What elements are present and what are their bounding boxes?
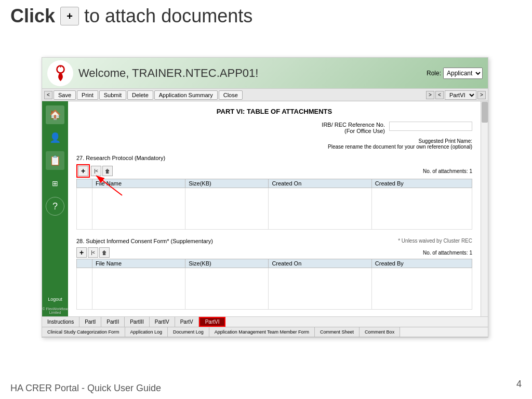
nav-next-far[interactable]: > xyxy=(426,91,434,99)
nav-prev[interactable]: < xyxy=(44,91,52,99)
sidebar-help-icon[interactable]: ? xyxy=(46,197,64,216)
col-created-by-27: Created By xyxy=(371,179,472,188)
nav-next2[interactable]: > xyxy=(477,91,486,99)
tab-comment-box[interactable]: Comment Box xyxy=(360,327,400,337)
scrollbar-thumb[interactable] xyxy=(482,102,488,123)
part-select[interactable]: PartVI xyxy=(445,90,476,100)
col-filename-27: File Name xyxy=(92,179,185,188)
toolbar: < Save Print Submit Delete Application S… xyxy=(42,89,488,101)
sidebar-home-icon[interactable]: 🏠 xyxy=(46,105,64,124)
tab-part3[interactable]: PartIII xyxy=(125,317,150,327)
welcome-text: Welcome, TRAINER.NTEC.APP01! xyxy=(78,66,483,80)
guide-text: HA CRER Portal - Quick User Guide xyxy=(10,383,161,394)
logout-button[interactable]: Logout xyxy=(48,297,62,303)
tab-mgmt-form[interactable]: Application Management Team Member Form xyxy=(209,327,315,337)
attachment-table-27: File Name Size(KB) Created On Created By xyxy=(76,179,472,230)
click-label: Click xyxy=(10,5,55,27)
tab-part6[interactable]: PartVI xyxy=(199,317,226,327)
page-number: 4 xyxy=(516,379,522,390)
print-button[interactable]: Print xyxy=(77,90,98,100)
attachment-table-28: File Name Size(KB) Created On Created By xyxy=(76,259,472,310)
tab-app-log[interactable]: Application Log xyxy=(125,327,168,337)
section-28-note: * Unless waived by Cluster REC xyxy=(398,238,472,244)
delete-attachment-28-button[interactable]: 🗑 xyxy=(99,247,110,258)
bottom-tabs: Instructions PartI PartII PartIII PartIV… xyxy=(42,316,488,337)
col-created-on-27: Created On xyxy=(269,179,371,188)
sidebar-user-icon[interactable]: 👤 xyxy=(46,128,64,147)
tab-part4[interactable]: PartIV xyxy=(150,317,175,327)
col-created-by-28: Created By xyxy=(371,259,472,268)
empty-row-27 xyxy=(77,188,472,230)
role-selector: Role: Applicant xyxy=(427,68,483,79)
scrollbar[interactable] xyxy=(481,101,488,316)
nav-prev2[interactable]: < xyxy=(435,91,444,99)
section-28-header: 28. Subject Informed Consent Form* (Supp… xyxy=(76,238,472,244)
tab-part5[interactable]: PartV xyxy=(175,317,199,327)
instruction-bar: Click + to attach documents xyxy=(0,0,532,32)
section-27-header: 27. Research Protocol (Mandatory) xyxy=(76,155,472,161)
first-attachment-button[interactable]: |< xyxy=(91,166,101,176)
close-button[interactable]: Close xyxy=(219,90,243,100)
irb-label-line2: (For Office Use) xyxy=(322,128,385,134)
logo-icon xyxy=(51,64,70,82)
attachment-count-28: No. of attachments: 1 xyxy=(423,250,472,256)
empty-row-28 xyxy=(77,268,472,310)
section-27: 27. Research Protocol (Mandatory) + |< 🗑… xyxy=(76,155,472,230)
add-attachment-28-button[interactable]: + xyxy=(76,247,87,258)
tab-doc-log[interactable]: Document Log xyxy=(168,327,209,337)
section-28: 28. Subject Informed Consent Form* (Supp… xyxy=(76,238,472,310)
suggested-print-section: Suggested Print Name: Please rename the … xyxy=(76,138,472,150)
first-attachment-28-button[interactable]: |< xyxy=(88,247,98,258)
attachment-count-27: No. of attachments: 1 xyxy=(423,168,472,174)
plus-button-demo[interactable]: + xyxy=(60,7,79,25)
brand-label: © FlexWorkflowLimited xyxy=(43,307,68,316)
tab-part2[interactable]: PartII xyxy=(101,317,125,327)
app-summary-button[interactable]: Application Summary xyxy=(154,90,218,100)
app-header: Welcome, TRAINER.NTEC.APP01! Role: Appli… xyxy=(42,58,488,89)
col-size-27: Size(KB) xyxy=(185,179,269,188)
application-window: Welcome, TRAINER.NTEC.APP01! Role: Appli… xyxy=(42,57,488,338)
col-created-on-28: Created On xyxy=(269,259,371,268)
tab-row-1: Instructions PartI PartII PartIII PartIV… xyxy=(42,317,488,327)
role-label: Role: xyxy=(427,70,441,77)
main-layout: 🏠 👤 📋 ⊞ ? Logout © FlexWorkflowLimited P… xyxy=(42,101,488,316)
sidebar-grid-icon[interactable]: ⊞ xyxy=(46,174,64,193)
irb-input[interactable] xyxy=(389,122,472,131)
part-title: PART VI: TABLE OF ATTACHMENTS xyxy=(76,108,472,115)
section-27-label: 27. Research Protocol (Mandatory) xyxy=(76,155,165,161)
add-attachment-27-button[interactable]: + xyxy=(78,166,88,176)
col-filename-28: File Name xyxy=(92,259,185,268)
delete-button[interactable]: Delete xyxy=(127,90,153,100)
add-attachment-27-wrapper: + xyxy=(76,164,90,178)
content-area[interactable]: PART VI: TABLE OF ATTACHMENTS IRB/ REC R… xyxy=(68,101,481,316)
irb-section: IRB/ REC Reference No. (For Office Use) xyxy=(76,122,472,134)
tab-row-2: Clinical Study Categorization Form Appli… xyxy=(42,327,488,337)
col-size-28: Size(KB) xyxy=(185,259,269,268)
section-28-label: 28. Subject Informed Consent Form* (Supp… xyxy=(76,238,213,244)
tab-part1[interactable]: PartI xyxy=(79,317,101,327)
role-dropdown[interactable]: Applicant xyxy=(443,68,483,79)
sidebar: 🏠 👤 📋 ⊞ ? Logout © FlexWorkflowLimited xyxy=(42,101,68,316)
attach-label: to attach documents xyxy=(84,5,252,27)
attach-toolbar-27: + |< 🗑 No. of attachments: 1 xyxy=(76,164,472,178)
tab-instructions[interactable]: Instructions xyxy=(42,317,79,327)
app-logo xyxy=(47,60,73,86)
tab-comment-sheet[interactable]: Comment Sheet xyxy=(315,327,360,337)
suggested-print-label: Suggested Print Name: xyxy=(328,138,472,144)
delete-attachment-button[interactable]: 🗑 xyxy=(102,166,113,176)
tab-clinical-study[interactable]: Clinical Study Categorization Form xyxy=(42,327,125,337)
save-button[interactable]: Save xyxy=(54,90,76,100)
suggested-print-desc: Please rename the document for your own … xyxy=(328,144,472,150)
sidebar-doc-icon[interactable]: 📋 xyxy=(46,151,64,170)
irb-label-line1: IRB/ REC Reference No. xyxy=(322,122,385,128)
attach-toolbar-28: + |< 🗑 No. of attachments: 1 xyxy=(76,247,472,258)
submit-button[interactable]: Submit xyxy=(99,90,126,100)
red-highlight-box: + xyxy=(76,164,90,178)
